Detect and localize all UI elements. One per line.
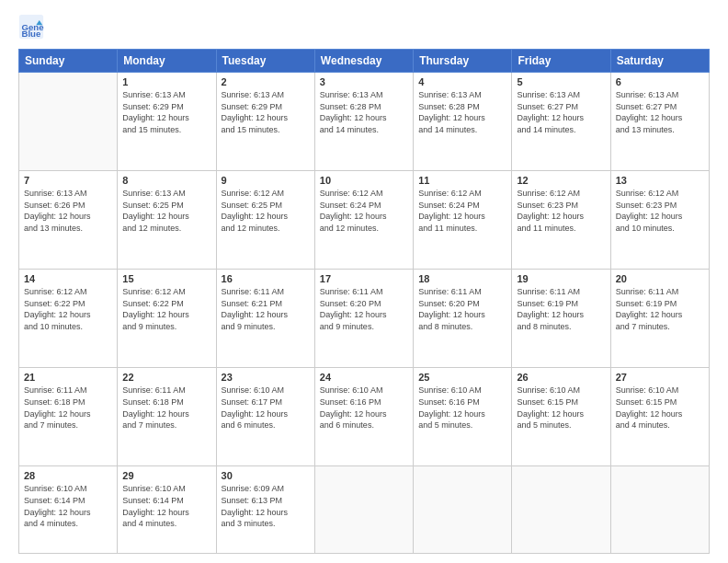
day-number: 21 [24,372,112,383]
calendar-cell: 6Sunrise: 6:13 AM Sunset: 6:27 PM Daylig… [610,73,709,171]
calendar-table: SundayMondayTuesdayWednesdayThursdayFrid… [18,49,710,554]
day-number: 3 [320,76,408,87]
calendar-week-row: 14Sunrise: 6:12 AM Sunset: 6:22 PM Dayli… [19,270,710,368]
day-number: 26 [517,372,605,383]
weekday-header: Tuesday [216,50,314,73]
day-number: 9 [222,175,310,186]
day-info: Sunrise: 6:13 AM Sunset: 6:25 PM Dayligh… [122,188,210,234]
page: General Blue SundayMondayTuesdayWednesda… [0,0,728,563]
day-info: Sunrise: 6:13 AM Sunset: 6:26 PM Dayligh… [24,188,112,234]
day-number: 27 [616,372,704,383]
day-info: Sunrise: 6:12 AM Sunset: 6:25 PM Dayligh… [222,188,310,234]
calendar-cell: 18Sunrise: 6:11 AM Sunset: 6:20 PM Dayli… [414,270,512,368]
calendar-cell: 23Sunrise: 6:10 AM Sunset: 6:17 PM Dayli… [216,368,314,466]
calendar-cell: 12Sunrise: 6:12 AM Sunset: 6:23 PM Dayli… [512,171,610,270]
weekday-header: Friday [512,50,610,73]
day-info: Sunrise: 6:13 AM Sunset: 6:28 PM Dayligh… [320,89,408,135]
day-number: 12 [517,175,605,186]
day-info: Sunrise: 6:10 AM Sunset: 6:16 PM Dayligh… [418,385,506,431]
day-info: Sunrise: 6:10 AM Sunset: 6:15 PM Dayligh… [616,385,704,431]
day-number: 16 [222,273,310,284]
day-info: Sunrise: 6:11 AM Sunset: 6:19 PM Dayligh… [517,286,605,332]
day-number: 1 [122,76,210,87]
day-number: 22 [122,372,210,383]
calendar-cell: 15Sunrise: 6:12 AM Sunset: 6:22 PM Dayli… [118,270,216,368]
day-info: Sunrise: 6:13 AM Sunset: 6:27 PM Dayligh… [616,89,704,135]
day-number: 18 [418,273,506,284]
day-info: Sunrise: 6:10 AM Sunset: 6:14 PM Dayligh… [24,483,112,529]
calendar-cell: 24Sunrise: 6:10 AM Sunset: 6:16 PM Dayli… [314,368,413,466]
day-number: 23 [222,372,310,383]
calendar-cell: 1Sunrise: 6:13 AM Sunset: 6:29 PM Daylig… [118,73,216,171]
weekday-header: Thursday [414,50,512,73]
calendar-week-row: 7Sunrise: 6:13 AM Sunset: 6:26 PM Daylig… [19,171,710,270]
calendar-cell: 8Sunrise: 6:13 AM Sunset: 6:25 PM Daylig… [118,171,216,270]
calendar-cell: 28Sunrise: 6:10 AM Sunset: 6:14 PM Dayli… [19,466,118,554]
calendar-cell: 14Sunrise: 6:12 AM Sunset: 6:22 PM Dayli… [19,270,118,368]
day-number: 17 [320,273,408,284]
day-number: 7 [24,175,112,186]
weekday-header: Sunday [19,50,118,73]
calendar-week-row: 1Sunrise: 6:13 AM Sunset: 6:29 PM Daylig… [19,73,710,171]
day-info: Sunrise: 6:11 AM Sunset: 6:21 PM Dayligh… [222,286,310,332]
calendar-week-row: 28Sunrise: 6:10 AM Sunset: 6:14 PM Dayli… [19,466,710,554]
day-number: 30 [222,470,310,481]
calendar-cell [610,466,709,554]
svg-text:Blue: Blue [22,29,41,39]
day-info: Sunrise: 6:13 AM Sunset: 6:28 PM Dayligh… [418,89,506,135]
day-number: 6 [616,76,704,87]
day-number: 15 [122,273,210,284]
calendar-cell: 20Sunrise: 6:11 AM Sunset: 6:19 PM Dayli… [610,270,709,368]
calendar-cell: 25Sunrise: 6:10 AM Sunset: 6:16 PM Dayli… [414,368,512,466]
logo-icon: General Blue [18,14,44,40]
day-info: Sunrise: 6:11 AM Sunset: 6:18 PM Dayligh… [24,385,112,431]
calendar-cell: 19Sunrise: 6:11 AM Sunset: 6:19 PM Dayli… [512,270,610,368]
calendar-cell [314,466,413,554]
day-number: 20 [616,273,704,284]
day-number: 11 [418,175,506,186]
calendar-cell: 2Sunrise: 6:13 AM Sunset: 6:29 PM Daylig… [216,73,314,171]
day-info: Sunrise: 6:12 AM Sunset: 6:24 PM Dayligh… [418,188,506,234]
calendar-cell: 27Sunrise: 6:10 AM Sunset: 6:15 PM Dayli… [610,368,709,466]
calendar-cell: 5Sunrise: 6:13 AM Sunset: 6:27 PM Daylig… [512,73,610,171]
day-info: Sunrise: 6:12 AM Sunset: 6:22 PM Dayligh… [122,286,210,332]
calendar-cell: 3Sunrise: 6:13 AM Sunset: 6:28 PM Daylig… [314,73,413,171]
calendar-cell: 22Sunrise: 6:11 AM Sunset: 6:18 PM Dayli… [118,368,216,466]
day-info: Sunrise: 6:09 AM Sunset: 6:13 PM Dayligh… [222,483,310,529]
day-info: Sunrise: 6:10 AM Sunset: 6:17 PM Dayligh… [222,385,310,431]
weekday-header: Monday [118,50,216,73]
calendar-cell [414,466,512,554]
calendar-cell: 7Sunrise: 6:13 AM Sunset: 6:26 PM Daylig… [19,171,118,270]
day-info: Sunrise: 6:10 AM Sunset: 6:15 PM Dayligh… [517,385,605,431]
calendar-week-row: 21Sunrise: 6:11 AM Sunset: 6:18 PM Dayli… [19,368,710,466]
day-info: Sunrise: 6:11 AM Sunset: 6:18 PM Dayligh… [122,385,210,431]
day-number: 5 [517,76,605,87]
calendar-cell: 21Sunrise: 6:11 AM Sunset: 6:18 PM Dayli… [19,368,118,466]
day-info: Sunrise: 6:11 AM Sunset: 6:19 PM Dayligh… [616,286,704,332]
day-number: 13 [616,175,704,186]
day-info: Sunrise: 6:12 AM Sunset: 6:23 PM Dayligh… [616,188,704,234]
day-number: 29 [122,470,210,481]
weekday-header: Saturday [610,50,709,73]
calendar-header-row: SundayMondayTuesdayWednesdayThursdayFrid… [19,50,710,73]
day-info: Sunrise: 6:12 AM Sunset: 6:23 PM Dayligh… [517,188,605,234]
day-number: 8 [122,175,210,186]
calendar-cell: 4Sunrise: 6:13 AM Sunset: 6:28 PM Daylig… [414,73,512,171]
calendar-cell: 26Sunrise: 6:10 AM Sunset: 6:15 PM Dayli… [512,368,610,466]
day-info: Sunrise: 6:13 AM Sunset: 6:29 PM Dayligh… [122,89,210,135]
logo: General Blue [18,14,48,40]
day-number: 28 [24,470,112,481]
day-info: Sunrise: 6:10 AM Sunset: 6:14 PM Dayligh… [122,483,210,529]
calendar-cell: 10Sunrise: 6:12 AM Sunset: 6:24 PM Dayli… [314,171,413,270]
calendar-cell: 17Sunrise: 6:11 AM Sunset: 6:20 PM Dayli… [314,270,413,368]
calendar-cell [512,466,610,554]
calendar-cell: 30Sunrise: 6:09 AM Sunset: 6:13 PM Dayli… [216,466,314,554]
day-number: 2 [222,76,310,87]
day-info: Sunrise: 6:12 AM Sunset: 6:22 PM Dayligh… [24,286,112,332]
calendar-cell: 9Sunrise: 6:12 AM Sunset: 6:25 PM Daylig… [216,171,314,270]
weekday-header: Wednesday [314,50,413,73]
calendar-cell: 13Sunrise: 6:12 AM Sunset: 6:23 PM Dayli… [610,171,709,270]
day-info: Sunrise: 6:13 AM Sunset: 6:27 PM Dayligh… [517,89,605,135]
calendar-cell: 29Sunrise: 6:10 AM Sunset: 6:14 PM Dayli… [118,466,216,554]
day-number: 4 [418,76,506,87]
